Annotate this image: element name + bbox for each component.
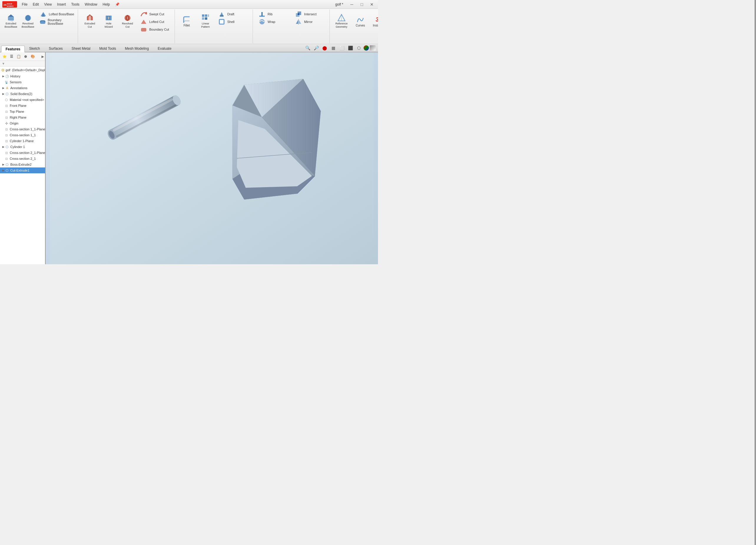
tab-sheet-metal[interactable]: Sheet Metal (67, 45, 95, 52)
view-3d-btn[interactable]: ⬛ (347, 44, 354, 52)
close-btn[interactable]: ✕ (368, 1, 376, 8)
wrap-button[interactable]: Wrap (256, 18, 291, 25)
tree-item-cyl1-plane[interactable]: ⊡ Cylinder 1-Plane (0, 138, 45, 144)
origin-icon: ✛ (4, 121, 9, 126)
linear-pattern-button[interactable]: LinearPattern (197, 11, 214, 32)
tab-sketch[interactable]: Sketch (25, 45, 44, 52)
tree-item-top-plane[interactable]: ⊡ Top Plane (0, 109, 45, 115)
dim-xpert-btn[interactable]: ⊕ (22, 53, 29, 60)
boundary-cut-button[interactable]: Boundary Cut (137, 26, 173, 33)
svg-rect-27 (205, 17, 207, 20)
cyl1-expand[interactable]: ▶ (2, 145, 5, 149)
minimize-btn[interactable]: ─ (348, 1, 356, 8)
tree-item-material[interactable]: ⬡ Material <not specified> (0, 97, 45, 103)
property-manager-btn[interactable]: ☰ (8, 53, 15, 60)
3d-viewport[interactable] (46, 52, 378, 264)
menu-insert[interactable]: Insert (55, 1, 68, 7)
view-record-btn[interactable]: ⬤ (321, 44, 329, 52)
document-title: golf * (335, 2, 343, 6)
display-manager-btn[interactable]: 🎨 (29, 53, 36, 60)
cyl1-plane-label: Cylinder 1-Plane (10, 139, 34, 143)
boss-extrude2-expand[interactable]: ▶ (2, 162, 5, 167)
tree-item-sensors[interactable]: 📡 Sensors (0, 79, 45, 85)
tree-more-btn[interactable]: ▶ (42, 55, 44, 59)
sensors-icon: 📡 (4, 80, 9, 85)
hole-wizard-button[interactable]: HoleWizard (100, 11, 117, 32)
tree-item-cross1-1[interactable]: ⊡ Cross-section 1_1 (0, 132, 45, 138)
view-display-btn[interactable]: ▦ (329, 44, 337, 52)
instant3d-button[interactable]: 3D Instant3D (370, 11, 378, 32)
history-expand[interactable]: ▶ (2, 74, 5, 79)
annotations-icon: A (5, 86, 9, 90)
tree-item-cut-extrude1[interactable]: ▶ ⬡ Cut-Extrude1 (0, 168, 45, 173)
tree-item-annotations[interactable]: ▶ A Annotations (0, 85, 45, 91)
ref-geometry-button[interactable]: ReferenceGeometry (333, 11, 350, 32)
solid-bodies-expand[interactable]: ▶ (2, 92, 5, 96)
tree-item-front-plane[interactable]: ⊡ Front Plane (0, 103, 45, 109)
tree-item-history[interactable]: ▶ 🕐 History (0, 73, 45, 79)
menu-tools[interactable]: Tools (69, 1, 82, 7)
menu-edit[interactable]: Edit (30, 1, 41, 7)
feature-manager-btn[interactable]: ⭐ (1, 53, 8, 60)
rib-button[interactable]: Rib (256, 11, 291, 18)
tab-mold-tools[interactable]: Mold Tools (95, 45, 120, 52)
fillet-button[interactable]: Fillet (178, 11, 195, 32)
front-plane-label: Front Plane (10, 104, 26, 107)
tab-mesh-modeling[interactable]: Mesh Modeling (120, 45, 153, 52)
maximize-btn[interactable]: □ (358, 1, 366, 8)
tree-item-boss-extrude2[interactable]: ▶ ⬡ Boss-Extrude2 (0, 162, 45, 168)
svg-marker-5 (8, 17, 14, 21)
config-manager-btn[interactable]: 📋 (15, 53, 22, 60)
linear-pattern-icon (201, 14, 210, 22)
menu-window[interactable]: Window (82, 1, 100, 7)
ref-geometry-icon (337, 14, 346, 22)
tree-item-cross2-plane[interactable]: ⊡ Cross-section 2_1-Plane (0, 150, 45, 156)
svg-rect-22 (141, 28, 146, 32)
view-orientation-btn[interactable]: ⬡ (355, 44, 363, 52)
extruded-boss-button[interactable]: ExtrudedBoss/Base (3, 11, 19, 32)
boundary-boss-button[interactable]: Boundary Boss/Base (37, 18, 76, 25)
lofted-boss-button[interactable]: Lofted Boss/Base (37, 11, 76, 18)
tab-features[interactable]: Features (1, 46, 25, 52)
view-zoom-btn[interactable]: 🔎 (312, 44, 320, 52)
curves-button[interactable]: Curves (352, 11, 369, 32)
tree-item-cross1-plane[interactable]: ⊡ Cross-section 1_1-Plane (0, 126, 45, 132)
menu-view[interactable]: View (42, 1, 54, 7)
extruded-cut-button[interactable]: ExtrudedCut (81, 11, 99, 32)
intersect-label: Intersect (304, 12, 316, 16)
fillet-icon (183, 16, 191, 24)
draft-button[interactable]: Draft (215, 11, 251, 18)
svg-point-20 (145, 12, 147, 14)
menu-help[interactable]: Help (100, 1, 112, 7)
tree-document-root[interactable]: ⚙ golf (Default<<Default>_Display State … (0, 67, 45, 73)
revolved-cut-button[interactable]: RevolvedCut (119, 11, 136, 32)
lofted-cut-button[interactable]: Lofted Cut (137, 18, 173, 25)
menu-file[interactable]: File (19, 1, 30, 7)
view-search-btn[interactable]: 🔍 (304, 44, 311, 52)
draft-label: Draft (227, 12, 234, 16)
tree-item-cylinder-1[interactable]: ▶ ⬡ Cylinder 1 (0, 144, 45, 150)
tab-surfaces[interactable]: Surfaces (44, 45, 67, 52)
annotations-expand[interactable]: ▶ (2, 86, 5, 90)
view-color-btn[interactable] (364, 45, 369, 51)
tree-item-origin[interactable]: ✛ Origin (0, 120, 45, 126)
tree-item-right-plane[interactable]: ⊡ Right Plane (0, 115, 45, 120)
instant3d-icon: 3D (375, 16, 378, 24)
revolved-cut-icon (123, 14, 132, 22)
intersect-button[interactable]: Intersect (292, 11, 328, 18)
hole-wizard-icon (105, 14, 113, 22)
tree-toolbar: ⭐ ☰ 📋 ⊕ 🎨 ▶ (0, 52, 45, 61)
view-scene-btn[interactable] (370, 45, 376, 51)
tree-item-cross2-1[interactable]: ⊡ Cross-section 2_1 (0, 156, 45, 162)
mirror-button[interactable]: Mirror (292, 18, 328, 25)
boundary-boss-icon (39, 17, 47, 26)
menu-pin[interactable]: 📌 (113, 1, 122, 7)
view-mode-btn[interactable]: ⬜ (338, 44, 346, 52)
tree-item-solid-bodies[interactable]: ▶ ⬡ Solid Bodies(2) (0, 91, 45, 97)
swept-cut-button[interactable]: Swept Cut (137, 11, 173, 18)
revolved-boss-button[interactable]: RevolvedBoss/Base (20, 11, 36, 32)
shell-button[interactable]: Shell (215, 18, 251, 25)
svg-rect-23 (202, 14, 204, 17)
cut-extrude1-expand[interactable]: ▶ (2, 168, 5, 173)
tab-evaluate[interactable]: Evaluate (153, 45, 176, 52)
